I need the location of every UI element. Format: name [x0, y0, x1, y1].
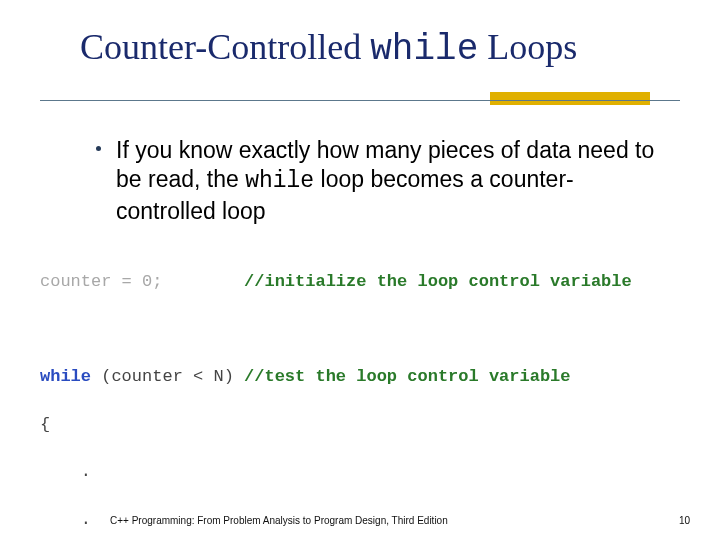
footer-text: C++ Programming: From Problem Analysis t…	[110, 515, 448, 526]
code-text: .	[40, 460, 680, 484]
bullet-dot	[96, 146, 101, 151]
code-blank	[40, 317, 680, 341]
title-part1: Counter-Controlled	[80, 27, 370, 67]
code-comment: //test the loop control variable	[244, 367, 570, 386]
code-text: (counter < N)	[91, 367, 244, 386]
slide-title: Counter-Controlled while Loops	[80, 28, 680, 70]
bullet-text: If you know exactly how many pieces of d…	[116, 136, 660, 226]
code-keyword: while	[40, 367, 91, 386]
code-block: counter = 0; //initialize the loop contr…	[40, 246, 680, 540]
bullet-keyword: while	[245, 168, 314, 194]
code-comment: //initialize the loop control variable	[244, 272, 632, 291]
code-text: counter = 0;	[40, 272, 244, 291]
bullet-item: If you know exactly how many pieces of d…	[96, 136, 660, 226]
title-rule	[0, 92, 720, 112]
title-keyword: while	[370, 29, 478, 70]
accent-bar	[490, 92, 650, 105]
code-text: {	[40, 413, 680, 437]
page-number: 10	[679, 515, 690, 526]
title-part2: Loops	[478, 27, 577, 67]
divider-line	[40, 100, 680, 101]
